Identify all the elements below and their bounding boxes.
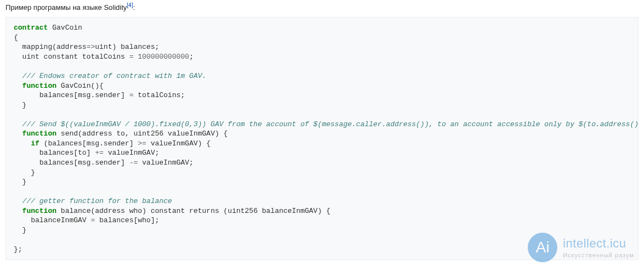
code-token: 100000000000 [138, 53, 189, 61]
code-token: GavCoin(){ [57, 82, 104, 90]
code-comment: /// getter function for the balance [14, 197, 172, 205]
code-token: mapping(address [14, 43, 87, 51]
intro-paragraph: Пример программы на языке Solidity[4]: [5, 2, 639, 12]
code-token: }; [14, 245, 22, 254]
code-token: contract [14, 24, 48, 32]
code-token: valueInmGAV) { [146, 139, 211, 148]
code-token: send(address to, uint256 valueInmGAV) { [57, 129, 228, 138]
code-token: GavCoin [48, 24, 82, 32]
code-token: valueInmGAV; [138, 159, 193, 167]
reference-link[interactable]: [4] [127, 2, 133, 8]
code-token: } [14, 178, 26, 186]
code-token: balanceInmGAV [14, 216, 91, 224]
code-token: balance(address who) constant returns (u… [57, 207, 330, 215]
code-token: uint constant totalCoins [14, 53, 129, 61]
code-token: >= [138, 139, 146, 148]
code-token [14, 139, 31, 148]
code-token: balances[who]; [95, 216, 159, 224]
code-block: contract GavCoin { mapping(address=>uint… [5, 17, 639, 260]
code-token: balances[msg.sender] [14, 159, 129, 167]
code-token [14, 207, 22, 215]
code-token: { [14, 33, 18, 42]
intro-text: Пример программы на языке Solidity [5, 3, 127, 12]
code-token: balances[to] [14, 149, 95, 157]
code-token: uint) balances; [95, 43, 159, 51]
code-token: (balances[msg.sender] [39, 139, 138, 148]
code-token: balances[msg.sender] [14, 91, 129, 99]
code-token: } [14, 101, 26, 109]
code-token: => [87, 43, 95, 51]
code-token [14, 82, 22, 90]
code-token: function [22, 82, 57, 90]
code-token: += [95, 149, 104, 157]
code-comment: /// Send $((valueInmGAV / 1000).fixed(0,… [14, 120, 639, 128]
code-token: if [31, 139, 39, 148]
code-token [14, 129, 22, 138]
code-token: -= [129, 159, 138, 167]
code-token: ; [189, 53, 194, 61]
code-token: } [14, 226, 26, 234]
code-token: function [22, 207, 57, 215]
code-token: totalCoins; [133, 91, 185, 99]
intro-colon: : [133, 3, 135, 12]
code-token: function [22, 129, 57, 138]
code-token: } [14, 168, 35, 177]
code-token: valueInmGAV; [104, 149, 159, 157]
code-comment: /// Endows creator of contract with 1m G… [14, 72, 206, 80]
